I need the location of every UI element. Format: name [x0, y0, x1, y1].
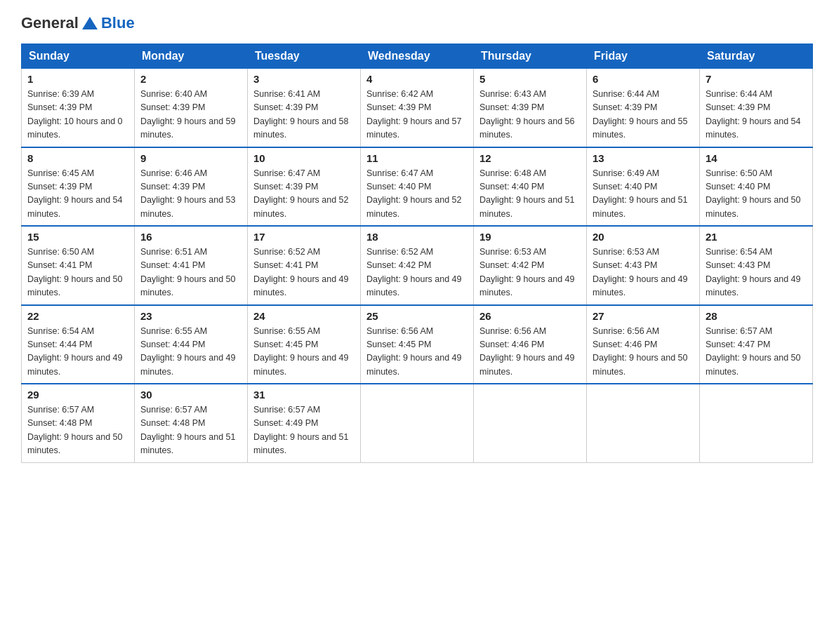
calendar-cell: 20 Sunrise: 6:53 AMSunset: 4:43 PMDaylig…	[587, 226, 700, 305]
calendar-cell: 28 Sunrise: 6:57 AMSunset: 4:47 PMDaylig…	[700, 305, 813, 384]
day-number: 24	[253, 310, 355, 322]
day-number: 4	[366, 73, 468, 85]
logo-triangle-icon	[82, 15, 98, 31]
calendar-header-sunday: Sunday	[22, 44, 135, 69]
day-info: Sunrise: 6:54 AMSunset: 4:44 PMDaylight:…	[27, 325, 128, 380]
day-info: Sunrise: 6:57 AMSunset: 4:47 PMDaylight:…	[706, 325, 807, 380]
day-number: 15	[27, 231, 128, 243]
day-number: 13	[593, 152, 694, 164]
day-number: 27	[593, 310, 694, 322]
day-info: Sunrise: 6:43 AMSunset: 4:39 PMDaylight:…	[479, 88, 581, 142]
day-info: Sunrise: 6:52 AMSunset: 4:42 PMDaylight:…	[366, 246, 468, 300]
calendar-cell: 2 Sunrise: 6:40 AMSunset: 4:39 PMDayligh…	[135, 69, 248, 147]
day-number: 29	[27, 389, 128, 401]
day-number: 11	[366, 152, 468, 164]
calendar-week-row: 22 Sunrise: 6:54 AMSunset: 4:44 PMDaylig…	[22, 305, 813, 384]
day-info: Sunrise: 6:42 AMSunset: 4:39 PMDaylight:…	[366, 88, 468, 142]
day-number: 9	[140, 152, 241, 164]
logo-general: General	[21, 14, 79, 32]
calendar-cell: 10 Sunrise: 6:47 AMSunset: 4:39 PMDaylig…	[248, 147, 361, 227]
day-info: Sunrise: 6:48 AMSunset: 4:40 PMDaylight:…	[479, 167, 581, 222]
calendar-cell: 25 Sunrise: 6:56 AMSunset: 4:45 PMDaylig…	[361, 305, 474, 384]
day-info: Sunrise: 6:53 AMSunset: 4:43 PMDaylight:…	[593, 246, 694, 300]
day-info: Sunrise: 6:50 AMSunset: 4:40 PMDaylight:…	[706, 167, 807, 222]
calendar-cell: 17 Sunrise: 6:52 AMSunset: 4:41 PMDaylig…	[248, 226, 361, 305]
calendar-header-friday: Friday	[587, 44, 700, 69]
calendar-week-row: 1 Sunrise: 6:39 AMSunset: 4:39 PMDayligh…	[22, 69, 813, 147]
day-number: 21	[706, 231, 807, 243]
day-info: Sunrise: 6:49 AMSunset: 4:40 PMDaylight:…	[593, 167, 694, 222]
day-number: 1	[27, 73, 128, 85]
calendar-header-monday: Monday	[135, 44, 248, 69]
calendar-cell: 31 Sunrise: 6:57 AMSunset: 4:49 PMDaylig…	[248, 384, 361, 462]
calendar-cell: 15 Sunrise: 6:50 AMSunset: 4:41 PMDaylig…	[22, 226, 135, 305]
day-number: 31	[253, 389, 355, 401]
page-header: General Blue	[21, 14, 813, 32]
day-number: 28	[706, 310, 807, 322]
day-number: 30	[140, 389, 241, 401]
calendar-cell: 30 Sunrise: 6:57 AMSunset: 4:48 PMDaylig…	[135, 384, 248, 462]
logo: General Blue	[21, 14, 135, 32]
calendar-header-tuesday: Tuesday	[248, 44, 361, 69]
calendar-header-wednesday: Wednesday	[361, 44, 474, 69]
calendar-week-row: 29 Sunrise: 6:57 AMSunset: 4:48 PMDaylig…	[22, 384, 813, 462]
day-number: 10	[253, 152, 355, 164]
calendar-cell: 26 Sunrise: 6:56 AMSunset: 4:46 PMDaylig…	[474, 305, 587, 384]
calendar-cell: 14 Sunrise: 6:50 AMSunset: 4:40 PMDaylig…	[700, 147, 813, 227]
logo-text: General Blue	[21, 14, 135, 32]
day-info: Sunrise: 6:52 AMSunset: 4:41 PMDaylight:…	[253, 246, 355, 300]
day-number: 20	[593, 231, 694, 243]
day-info: Sunrise: 6:56 AMSunset: 4:46 PMDaylight:…	[479, 325, 581, 380]
calendar-cell: 6 Sunrise: 6:44 AMSunset: 4:39 PMDayligh…	[587, 69, 700, 147]
day-info: Sunrise: 6:39 AMSunset: 4:39 PMDaylight:…	[27, 88, 128, 142]
day-info: Sunrise: 6:51 AMSunset: 4:41 PMDaylight:…	[140, 246, 241, 300]
day-number: 7	[706, 73, 807, 85]
day-info: Sunrise: 6:55 AMSunset: 4:45 PMDaylight:…	[253, 325, 355, 380]
calendar-cell: 13 Sunrise: 6:49 AMSunset: 4:40 PMDaylig…	[587, 147, 700, 227]
day-info: Sunrise: 6:47 AMSunset: 4:40 PMDaylight:…	[366, 167, 468, 222]
calendar-cell: 27 Sunrise: 6:56 AMSunset: 4:46 PMDaylig…	[587, 305, 700, 384]
logo-blue: Blue	[101, 14, 135, 32]
day-info: Sunrise: 6:44 AMSunset: 4:39 PMDaylight:…	[593, 88, 694, 142]
calendar-cell: 7 Sunrise: 6:44 AMSunset: 4:39 PMDayligh…	[700, 69, 813, 147]
day-number: 2	[140, 73, 241, 85]
day-number: 12	[479, 152, 581, 164]
calendar-cell	[700, 384, 813, 462]
day-info: Sunrise: 6:44 AMSunset: 4:39 PMDaylight:…	[706, 88, 807, 142]
calendar-cell: 9 Sunrise: 6:46 AMSunset: 4:39 PMDayligh…	[135, 147, 248, 227]
day-info: Sunrise: 6:56 AMSunset: 4:45 PMDaylight:…	[366, 325, 468, 380]
calendar-cell: 16 Sunrise: 6:51 AMSunset: 4:41 PMDaylig…	[135, 226, 248, 305]
day-number: 18	[366, 231, 468, 243]
day-info: Sunrise: 6:46 AMSunset: 4:39 PMDaylight:…	[140, 167, 241, 222]
day-number: 16	[140, 231, 241, 243]
day-info: Sunrise: 6:53 AMSunset: 4:42 PMDaylight:…	[479, 246, 581, 300]
day-number: 5	[479, 73, 581, 85]
calendar-week-row: 8 Sunrise: 6:45 AMSunset: 4:39 PMDayligh…	[22, 147, 813, 227]
calendar-cell: 11 Sunrise: 6:47 AMSunset: 4:40 PMDaylig…	[361, 147, 474, 227]
calendar-cell: 1 Sunrise: 6:39 AMSunset: 4:39 PMDayligh…	[22, 69, 135, 147]
calendar-cell: 24 Sunrise: 6:55 AMSunset: 4:45 PMDaylig…	[248, 305, 361, 384]
day-number: 6	[593, 73, 694, 85]
calendar-cell: 4 Sunrise: 6:42 AMSunset: 4:39 PMDayligh…	[361, 69, 474, 147]
day-number: 25	[366, 310, 468, 322]
calendar-header-saturday: Saturday	[700, 44, 813, 69]
day-info: Sunrise: 6:50 AMSunset: 4:41 PMDaylight:…	[27, 246, 128, 300]
calendar-cell: 12 Sunrise: 6:48 AMSunset: 4:40 PMDaylig…	[474, 147, 587, 227]
calendar-cell: 19 Sunrise: 6:53 AMSunset: 4:42 PMDaylig…	[474, 226, 587, 305]
calendar-cell: 23 Sunrise: 6:55 AMSunset: 4:44 PMDaylig…	[135, 305, 248, 384]
calendar-cell: 3 Sunrise: 6:41 AMSunset: 4:39 PMDayligh…	[248, 69, 361, 147]
svg-marker-0	[82, 17, 98, 29]
day-number: 17	[253, 231, 355, 243]
day-info: Sunrise: 6:45 AMSunset: 4:39 PMDaylight:…	[27, 167, 128, 222]
calendar-cell	[474, 384, 587, 462]
day-info: Sunrise: 6:57 AMSunset: 4:48 PMDaylight:…	[140, 403, 241, 458]
calendar-cell: 29 Sunrise: 6:57 AMSunset: 4:48 PMDaylig…	[22, 384, 135, 462]
calendar-cell: 8 Sunrise: 6:45 AMSunset: 4:39 PMDayligh…	[22, 147, 135, 227]
day-info: Sunrise: 6:57 AMSunset: 4:49 PMDaylight:…	[253, 403, 355, 458]
day-info: Sunrise: 6:57 AMSunset: 4:48 PMDaylight:…	[27, 403, 128, 458]
calendar-cell: 21 Sunrise: 6:54 AMSunset: 4:43 PMDaylig…	[700, 226, 813, 305]
day-number: 8	[27, 152, 128, 164]
calendar-header-row: SundayMondayTuesdayWednesdayThursdayFrid…	[22, 44, 813, 69]
day-number: 23	[140, 310, 241, 322]
calendar-cell	[587, 384, 700, 462]
